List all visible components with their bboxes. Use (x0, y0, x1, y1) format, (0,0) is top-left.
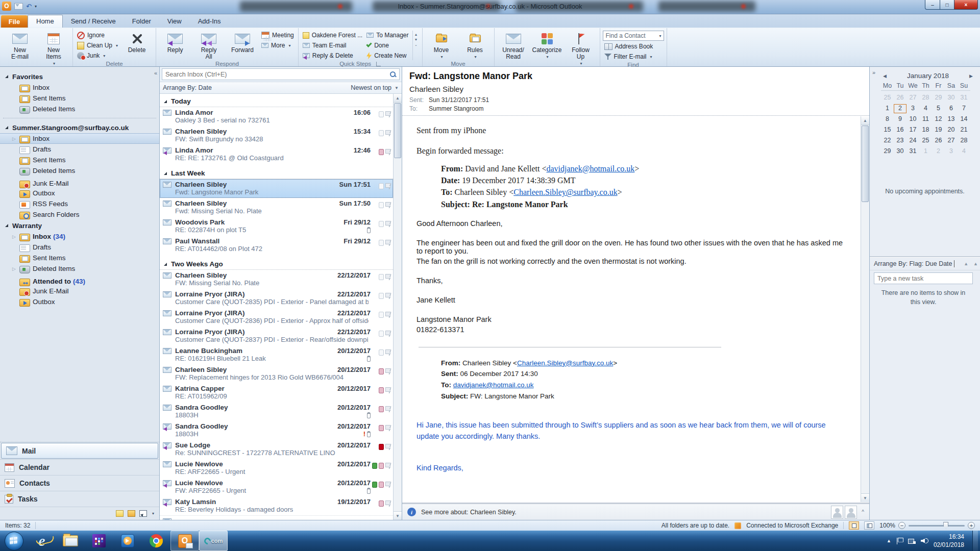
search-box[interactable] (162, 68, 400, 80)
new-email-button[interactable]: New E-mail (4, 29, 36, 60)
category-pink-icon[interactable] (379, 500, 384, 507)
calendar-day[interactable]: 22 (881, 136, 894, 145)
message-row[interactable] (160, 515, 393, 520)
message-group-header-two-weeks-ago[interactable]: Two Weeks Ago (160, 255, 393, 270)
folder-attended-to[interactable]: Attended to(43) (0, 277, 159, 286)
scrollbar-thumb[interactable] (862, 126, 869, 202)
tab-home[interactable]: Home (28, 15, 63, 28)
follow-up-flag-icon[interactable] (385, 424, 392, 432)
volume-icon[interactable] (921, 538, 928, 543)
folder-junk-e-mail[interactable]: Junk E-Mail (0, 179, 159, 188)
taskbar-com-app[interactable]: com (199, 531, 228, 551)
follow-up-flag-icon[interactable] (385, 292, 392, 299)
message-row[interactable]: Leanne Buckingham20/12/2017RE: 016219H B… (160, 345, 393, 364)
message-row[interactable]: Lorraine Pryor (JIRA)22/12/2017Customer … (160, 327, 393, 345)
new-task-input[interactable] (874, 275, 972, 282)
calendar-day[interactable]: 9 (894, 115, 906, 124)
category-placeholder-icon[interactable] (379, 221, 384, 227)
maximize-button[interactable]: □ (940, 0, 954, 10)
move-button[interactable]: Move▾ (425, 29, 458, 60)
category-placeholder-icon[interactable] (379, 130, 384, 136)
follow-up-flag-icon[interactable] (385, 368, 392, 375)
sort-order-label[interactable]: Newest on top (351, 84, 391, 91)
message-row[interactable]: Katrina Capper20/12/2017RE: AT015962/09 (160, 383, 393, 402)
message-row[interactable]: Charleen Sibley22/12/2017FW: Missing Ser… (160, 270, 393, 289)
minimize-button[interactable]: – (925, 0, 940, 10)
follow-up-flag-icon[interactable] (385, 462, 392, 469)
calendar-day[interactable]: 31 (958, 93, 970, 103)
folder-inbox[interactable]: Inbox (0, 82, 159, 93)
address-book-button[interactable]: Address Book (603, 42, 664, 51)
taskbar-app-grid[interactable] (85, 531, 113, 551)
calendar-day-today[interactable]: 2 (894, 104, 906, 113)
task-arrange-label[interactable]: Arrange By: Flag: Due Date (874, 260, 952, 267)
follow-up-flag-icon[interactable] (385, 148, 392, 156)
zoom-out-button[interactable]: − (898, 522, 905, 529)
follow-up-flag-icon[interactable] (385, 183, 392, 190)
connection-status[interactable]: Connected to Microsoft Exchange (746, 522, 838, 529)
follow-up-flag-icon[interactable] (385, 349, 392, 356)
shortcuts-icon[interactable] (139, 510, 147, 517)
reading-view-button[interactable] (864, 521, 874, 530)
scroll-down-icon[interactable]: ▼ (414, 38, 418, 41)
calendar-day[interactable]: 16 (894, 126, 906, 135)
calendar-day[interactable]: 25 (919, 136, 932, 145)
close-button[interactable]: × (954, 0, 978, 10)
zoom-slider-thumb[interactable] (943, 522, 948, 529)
tree-section-favorites[interactable]: Favorites (0, 71, 159, 82)
tab-add-ins[interactable]: Add-Ins (190, 15, 229, 28)
to-value[interactable]: Summer Stangroom (429, 105, 862, 112)
follow-up-flag-icon[interactable] (385, 500, 392, 507)
category-green-icon[interactable] (372, 463, 377, 469)
calendar-day[interactable]: 4 (919, 104, 932, 113)
folder-deleted-items[interactable]: Deleted Items (0, 104, 159, 114)
quick-step-done[interactable]: Done (365, 41, 410, 50)
message-row[interactable]: Lucie Newlove20/12/2017FW: ARF22665 - Ur… (160, 478, 393, 496)
calendar-day[interactable]: 24 (906, 136, 919, 145)
quick-step-oakdene[interactable]: Oakdene Forest ... (301, 31, 364, 40)
message-list-scrollbar[interactable]: ▲ ▼ (393, 94, 402, 520)
ignore-button[interactable]: Ignore (76, 31, 119, 40)
category-red-icon[interactable] (379, 444, 384, 450)
message-from[interactable]: Charleen Sibley (409, 85, 862, 93)
folder-drafts[interactable]: Drafts (0, 242, 159, 253)
scroll-up-icon[interactable]: ▲ (394, 94, 402, 103)
follow-up-flag-icon[interactable] (385, 443, 392, 450)
calendar-day[interactable]: 17 (906, 126, 919, 135)
reading-pane-scrollbar[interactable]: ▲ ▼ (861, 116, 869, 502)
calendar-day[interactable]: 26 (932, 136, 945, 145)
calendar-day[interactable]: 19 (932, 126, 945, 135)
reply-all-button[interactable]: Reply All (192, 29, 225, 60)
new-task-box[interactable] (874, 272, 973, 284)
tab-send-receive[interactable]: Send / Receive (63, 15, 124, 28)
tree-section-summer-stangroom-surfbay-co-uk[interactable]: Summer.Stangroom@surfbay.co.uk (0, 122, 159, 133)
calendar-day[interactable]: 2 (932, 147, 945, 156)
category-pink-icon[interactable] (379, 387, 384, 393)
calendar-day[interactable]: 29 (932, 93, 945, 103)
folder-junk-e-mail[interactable]: Junk E-Mail (0, 286, 159, 296)
message-row[interactable]: Woodovis ParkFri 29/12RE: 022874H on plo… (160, 217, 393, 236)
follow-up-flag-icon[interactable] (385, 202, 392, 209)
message-row[interactable]: Sandra Goodley20/12/201718803H! (160, 421, 393, 440)
calendar-day[interactable]: 11 (919, 115, 932, 124)
quick-step-to-manager[interactable]: To Manager (365, 31, 410, 40)
message-row[interactable]: Charleen Sibley15:34FW: Swift Burgundy n… (160, 126, 393, 145)
categorize-button[interactable]: Categorize▾ (531, 29, 564, 60)
follow-up-button[interactable]: Follow Up▾ (565, 29, 597, 67)
follow-up-flag-icon[interactable] (385, 481, 392, 488)
module-button-tasks[interactable]: Tasks (0, 491, 159, 507)
folder-search-folders[interactable]: Search Folders (0, 209, 159, 220)
message-group-header-today[interactable]: Today (160, 94, 393, 107)
normal-view-button[interactable] (849, 521, 859, 530)
forward-button[interactable]: Forward (226, 29, 259, 54)
calendar-day[interactable]: 13 (945, 115, 958, 124)
calendar-day[interactable]: 21 (958, 126, 970, 135)
calendar-day[interactable]: 5 (932, 104, 945, 113)
quick-steps-dialog-launcher-icon[interactable] (376, 62, 381, 66)
search-icon[interactable] (390, 71, 396, 78)
message-row[interactable]: Lorraine Pryor (JIRA)22/12/2017Customer … (160, 289, 393, 308)
clean-up-button[interactable]: Clean Up▾ (76, 41, 119, 50)
calendar-day[interactable]: 29 (881, 147, 894, 156)
folder-deleted-items[interactable]: ▷Deleted Items (0, 263, 159, 274)
taskbar-internet-explorer[interactable]: e (28, 531, 56, 551)
